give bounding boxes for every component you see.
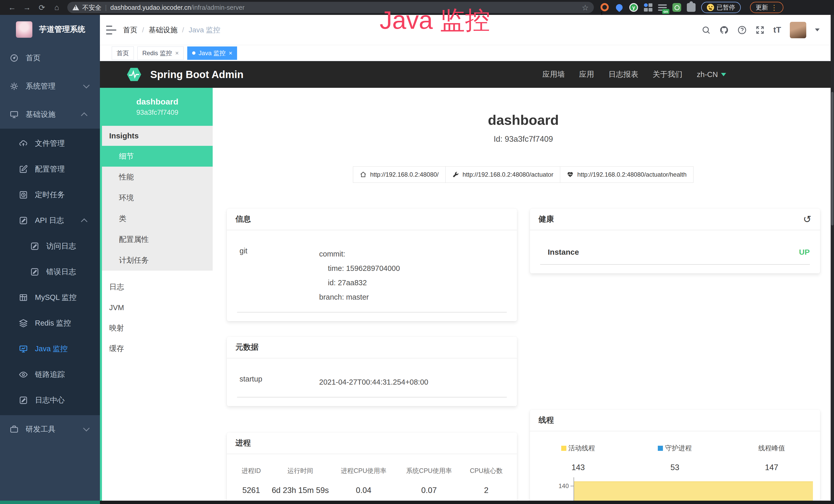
- sidebar-label: 定时任务: [35, 190, 65, 200]
- card-title: 健康: [539, 214, 554, 224]
- sba-item-configprops[interactable]: 配置属性: [102, 229, 213, 250]
- chevron-up-icon: [81, 219, 87, 225]
- extension-icon-list[interactable]: on: [658, 3, 667, 12]
- health-instance-row[interactable]: Instance UP: [530, 230, 820, 256]
- layers-icon: [19, 319, 28, 328]
- sba-nav-about[interactable]: 关于我们: [653, 69, 682, 79]
- tab-java[interactable]: Java 监控×: [187, 46, 237, 60]
- hamburger-icon[interactable]: [106, 26, 116, 35]
- sba-item-environment[interactable]: 环境: [102, 187, 213, 208]
- insights-group: Insights 细节 性能 环境 类 配置属性 计划任务: [100, 126, 213, 271]
- sidebar-item-api-log[interactable]: API 日志: [0, 208, 100, 233]
- sidebar-item-redis[interactable]: Redis 监控: [0, 311, 100, 336]
- sidebar-item-log-center[interactable]: 日志中心: [0, 387, 100, 413]
- sba-item-jvm[interactable]: JVM: [102, 297, 213, 318]
- sidebar-item-system[interactable]: 系统管理: [0, 72, 100, 100]
- instance-header[interactable]: dashboard 93a3fc7f7409: [100, 88, 213, 126]
- security-warning-icon[interactable]: [72, 5, 79, 10]
- actuator-url-button[interactable]: http://192.168.0.2:48080/actuator: [445, 166, 561, 183]
- sba-item-scheduled-tasks[interactable]: 计划任务: [102, 250, 213, 271]
- reload-icon[interactable]: ⟳: [35, 3, 49, 12]
- browser-menu-icon[interactable]: ⋮: [771, 3, 778, 12]
- sidebar-item-config[interactable]: 配置管理: [0, 156, 100, 182]
- tab-home[interactable]: 首页: [112, 46, 134, 60]
- info-value: commit: time: 1596289704000 id: 27aa832 …: [319, 247, 400, 304]
- help-icon[interactable]: [738, 25, 747, 35]
- sidebar-item-error-log[interactable]: 错误日志: [0, 259, 100, 285]
- sidebar-item-trace[interactable]: 链路追踪: [0, 362, 100, 387]
- bookmark-star-icon[interactable]: ☆: [582, 3, 589, 12]
- log-edit-icon: [30, 242, 39, 251]
- forward-icon[interactable]: →: [20, 3, 35, 12]
- close-icon[interactable]: ×: [175, 49, 179, 57]
- app-title: 芋道管理系统: [39, 24, 85, 35]
- close-icon[interactable]: ×: [228, 49, 232, 57]
- extension-icon-bug[interactable]: [673, 3, 681, 12]
- sidebar-item-job[interactable]: 定时任务: [0, 182, 100, 208]
- sidebar-item-mysql[interactable]: MySQL 监控: [0, 285, 100, 311]
- language-selector[interactable]: zh-CN: [697, 70, 726, 79]
- omnibox-divider: |: [105, 4, 107, 11]
- extensions-puzzle-icon[interactable]: [687, 3, 696, 12]
- tab-redis[interactable]: Redis 监控×: [137, 46, 184, 60]
- metadata-key: startup: [240, 375, 319, 389]
- search-icon[interactable]: [701, 25, 711, 35]
- sidebar-item-dev-tools[interactable]: 研发工具: [0, 415, 100, 443]
- card-title: 元数据: [236, 342, 259, 352]
- fullscreen-icon[interactable]: [755, 25, 765, 35]
- service-url-button[interactable]: http://192.168.0.2:48080/: [353, 166, 446, 183]
- extension-icon-drop[interactable]: [615, 3, 623, 12]
- threads-card: 线程 活动线程 守护进程 线程峰值 143 53 147: [530, 410, 820, 504]
- sba-item-mappings[interactable]: 映射: [102, 318, 213, 338]
- stat-header: 系统CPU使用率: [396, 466, 462, 475]
- font-size-icon[interactable]: tT: [773, 25, 781, 35]
- metadata-row: startup 2021-04-27T00:44:31.254+08:00: [227, 359, 517, 389]
- github-icon[interactable]: [720, 25, 729, 35]
- home-icon[interactable]: ⌂: [49, 3, 64, 12]
- process-card: 进程 进程ID 运行时间 进程CPU使用率 系统CPU使用率 CPU核心数 52…: [227, 432, 517, 504]
- recording-paused-badge[interactable]: 已暂停: [701, 2, 741, 13]
- active-dot-icon: [192, 51, 195, 55]
- back-icon[interactable]: ←: [5, 3, 20, 12]
- tags-view: 首页 Redis 监控× Java 监控×: [100, 45, 834, 61]
- sidebar-label: 研发工具: [26, 424, 56, 434]
- legend-yellow-swatch: [561, 446, 566, 451]
- app-logo-row[interactable]: 芋道管理系统: [0, 15, 100, 44]
- sba-item-details[interactable]: 细节: [102, 146, 213, 167]
- health-url-button[interactable]: http://192.168.0.2:48080/actuator/health: [560, 166, 694, 183]
- sba-nav-applications[interactable]: 应用: [579, 69, 594, 79]
- extension-icon-grid[interactable]: [644, 3, 652, 12]
- sba-item-metrics[interactable]: 性能: [102, 167, 213, 187]
- chrome-update-button[interactable]: 更新 ⋮: [750, 2, 784, 13]
- sidebar-item-access-log[interactable]: 访问日志: [0, 233, 100, 259]
- app-menu: 首页 系统管理 基础设施 文件管理: [0, 44, 100, 443]
- history-icon[interactable]: ↺: [803, 214, 811, 224]
- breadcrumb-infra[interactable]: 基础设施: [149, 25, 177, 35]
- legend-value: 53: [627, 463, 723, 472]
- scrollbar-thumb[interactable]: [831, 92, 833, 225]
- infra-submenu: 文件管理 配置管理 定时任务 API 日志: [0, 129, 100, 415]
- sba-brand[interactable]: Spring Boot Admin: [150, 69, 243, 81]
- update-label: 更新: [756, 3, 768, 12]
- sba-nav-journal[interactable]: 日志报表: [609, 69, 638, 79]
- breadcrumb-home[interactable]: 首页: [123, 25, 137, 35]
- user-avatar[interactable]: [790, 22, 806, 38]
- endpoint-url: http://192.168.0.2:48080/actuator/health: [577, 171, 686, 178]
- extension-icon-orange[interactable]: 1: [600, 3, 609, 12]
- user-menu-caret-icon[interactable]: [815, 28, 820, 31]
- endpoint-buttons: http://192.168.0.2:48080/ http://192.168…: [213, 166, 834, 183]
- address-bar[interactable]: 不安全 | dashboard.yudao.iocoder.cn /infra/…: [67, 2, 594, 13]
- threads-legend: 活动线程 守护进程 线程峰值 143 53 147: [530, 431, 820, 472]
- sidebar-item-home[interactable]: 首页: [0, 44, 100, 72]
- sidebar-item-java[interactable]: Java 监控: [0, 336, 100, 362]
- security-label: 不安全: [82, 3, 102, 12]
- page-scrollbar[interactable]: [831, 15, 834, 504]
- sidebar-item-file[interactable]: 文件管理: [0, 131, 100, 156]
- sba-item-caches[interactable]: 缓存: [102, 338, 213, 359]
- sba-item-logging[interactable]: 日志: [102, 277, 213, 297]
- extension-icon-y[interactable]: y: [629, 3, 638, 12]
- sidebar-item-infra[interactable]: 基础设施: [0, 100, 100, 129]
- sba-nav-wall[interactable]: 应用墙: [543, 69, 565, 79]
- legend-live: 活动线程: [530, 444, 627, 453]
- sba-item-classes[interactable]: 类: [102, 208, 213, 229]
